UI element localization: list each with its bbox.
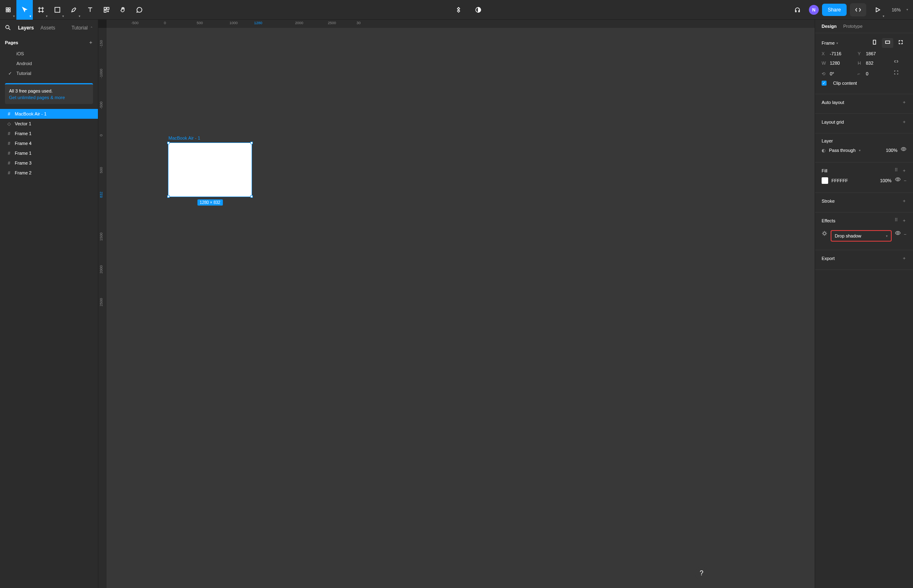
- blend-mode-dropdown[interactable]: Pass through: [829, 148, 856, 153]
- y-label: Y: [858, 51, 863, 56]
- upgrade-link[interactable]: Get unlimited pages & more: [9, 95, 89, 100]
- effect-visibility-button[interactable]: [895, 231, 901, 238]
- effect-settings-button[interactable]: [822, 231, 827, 238]
- radius-input[interactable]: [866, 71, 890, 76]
- layer-label: MacBook Air - 1: [15, 111, 47, 116]
- search-icon[interactable]: [5, 25, 11, 31]
- frame-preset-dropdown[interactable]: Frame: [822, 41, 835, 45]
- resize-fit-button[interactable]: [895, 38, 906, 48]
- remove-effect-button[interactable]: −: [904, 232, 906, 237]
- frame-layer-icon: #: [7, 111, 11, 116]
- layer-visibility-button[interactable]: [901, 147, 906, 154]
- add-page-button[interactable]: ＋: [89, 39, 93, 45]
- fill-visibility-button[interactable]: [895, 177, 901, 184]
- page-item-tutorial[interactable]: Tutorial: [0, 68, 98, 78]
- canvas-area[interactable]: -500 0 500 1000 1280 2000 2500 30 -150 -…: [98, 20, 815, 588]
- layer-vector-1[interactable]: ◇ Vector 1: [0, 119, 98, 129]
- layer-frame-4[interactable]: # Frame 4: [0, 138, 98, 148]
- diamond-sparkle-icon: [455, 7, 462, 13]
- svg-point-15: [897, 232, 899, 234]
- rotation-icon: ⟲: [822, 71, 827, 77]
- hand-tool-button[interactable]: [115, 0, 131, 20]
- assets-tab[interactable]: Assets: [41, 25, 55, 31]
- main-menu-button[interactable]: [0, 0, 16, 20]
- comment-icon: [136, 7, 143, 13]
- frame-tool-button[interactable]: [33, 0, 49, 20]
- zoom-chevron-icon[interactable]: ▾: [906, 8, 908, 11]
- add-stroke-button[interactable]: ＋: [902, 198, 906, 204]
- share-button[interactable]: Share: [822, 4, 847, 16]
- selected-frame[interactable]: MacBook Air - 1 1280 × 832: [168, 142, 252, 197]
- zoom-level[interactable]: 16%: [889, 7, 903, 12]
- resize-handle-se[interactable]: [250, 195, 253, 198]
- shape-tool-button[interactable]: [49, 0, 66, 20]
- resources-button[interactable]: [98, 0, 115, 20]
- svg-rect-4: [55, 7, 60, 12]
- landscape-mode-button[interactable]: [882, 38, 893, 48]
- frame-title-label[interactable]: MacBook Air - 1: [168, 136, 200, 140]
- layer-label: Vector 1: [15, 121, 31, 126]
- vector-layer-icon: ◇: [7, 121, 11, 126]
- page-item-ios[interactable]: iOS: [0, 49, 98, 59]
- audio-button[interactable]: [789, 0, 806, 20]
- y-input[interactable]: [866, 51, 890, 56]
- code-icon: [855, 7, 861, 13]
- width-input[interactable]: [830, 61, 854, 66]
- dev-mode-button[interactable]: [850, 3, 866, 16]
- link-icon: [894, 59, 899, 66]
- constrain-proportions-button[interactable]: [894, 59, 899, 67]
- portrait-mode-button[interactable]: [869, 38, 880, 48]
- chevron-down-icon: ▾: [859, 149, 861, 152]
- layer-frame-3[interactable]: # Frame 3: [0, 158, 98, 168]
- fill-opacity-input[interactable]: 100%: [880, 178, 891, 183]
- fill-color-swatch[interactable]: [822, 177, 828, 184]
- corners-icon: [894, 70, 899, 77]
- page-item-android[interactable]: Android: [0, 59, 98, 68]
- add-export-button[interactable]: ＋: [902, 255, 906, 261]
- layers-tab[interactable]: Layers: [18, 25, 34, 31]
- clip-content-checkbox[interactable]: ✓: [822, 81, 827, 86]
- x-input[interactable]: [830, 51, 854, 56]
- layer-opacity-input[interactable]: 100%: [886, 148, 897, 153]
- auto-layout-header: Auto layout: [822, 100, 844, 105]
- add-effect-button[interactable]: ＋: [902, 217, 906, 224]
- text-tool-button[interactable]: [82, 0, 98, 20]
- height-input[interactable]: [866, 61, 890, 66]
- layer-frame-1a[interactable]: # Frame 1: [0, 129, 98, 138]
- contrast-icon: [475, 7, 481, 13]
- rotation-input[interactable]: [830, 71, 854, 76]
- dark-mode-button[interactable]: [470, 0, 486, 20]
- radius-icon: ⌐: [858, 71, 863, 76]
- multiplayer-tools-button[interactable]: [450, 0, 467, 20]
- hand-icon: [120, 7, 126, 13]
- user-avatar[interactable]: N: [809, 5, 819, 15]
- add-auto-layout-button[interactable]: ＋: [902, 99, 906, 105]
- effects-styles-button[interactable]: ⠿: [895, 217, 898, 224]
- layer-label: Frame 1: [15, 131, 32, 136]
- cursor-icon: [21, 7, 28, 13]
- comment-tool-button[interactable]: [131, 0, 148, 20]
- independent-corners-button[interactable]: [894, 70, 899, 77]
- fill-hex-input[interactable]: FFFFFF: [831, 178, 848, 183]
- add-fill-button[interactable]: ＋: [902, 167, 906, 174]
- remove-fill-button[interactable]: −: [904, 178, 906, 183]
- layer-macbook-air-1[interactable]: # MacBook Air - 1: [0, 109, 98, 119]
- help-button[interactable]: ?: [695, 567, 708, 580]
- move-tool-button[interactable]: [16, 0, 33, 20]
- resize-handle-nw[interactable]: [167, 142, 170, 144]
- layer-frame-1b[interactable]: # Frame 1: [0, 148, 98, 158]
- pen-tool-button[interactable]: [66, 0, 82, 20]
- svg-rect-1: [9, 8, 10, 9]
- left-panel: Layers Assets Tutorial ⌃ Pages ＋ iOS And…: [0, 20, 98, 588]
- present-button[interactable]: [870, 0, 886, 20]
- resize-handle-ne[interactable]: [250, 142, 253, 144]
- add-layout-grid-button[interactable]: ＋: [902, 119, 906, 125]
- svg-rect-0: [6, 8, 8, 9]
- fill-styles-button[interactable]: ⠿: [895, 167, 898, 174]
- design-tab[interactable]: Design: [822, 24, 837, 29]
- resize-handle-sw[interactable]: [167, 195, 170, 198]
- effect-type-dropdown[interactable]: Drop shadow: [835, 233, 861, 238]
- page-selector[interactable]: Tutorial: [71, 25, 88, 31]
- layer-frame-2[interactable]: # Frame 2: [0, 168, 98, 178]
- prototype-tab[interactable]: Prototype: [843, 24, 863, 29]
